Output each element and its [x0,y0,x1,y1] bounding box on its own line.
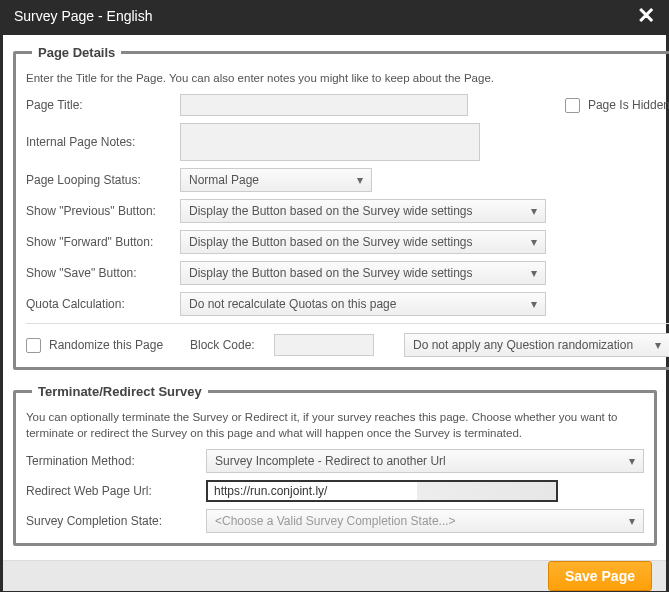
quota-select[interactable]: Do not recalculate Quotas on this page ▾ [180,292,546,316]
close-icon[interactable]: ✕ [637,5,655,27]
looping-select[interactable]: Normal Page ▾ [180,168,372,192]
checkbox-icon [26,338,41,353]
row-randomize: Randomize this Page Block Code: Do not a… [26,323,669,357]
row-internal-notes: Internal Page Notes: [26,123,669,161]
label-comp-state: Survey Completion State: [26,514,206,528]
quota-value: Do not recalculate Quotas on this page [189,297,396,311]
label-fwd-btn: Show "Forward" Button: [26,235,180,249]
row-fwd-btn: Show "Forward" Button: Display the Butto… [26,230,669,254]
client-area: Page Details Enter the Title for the Pag… [3,35,666,590]
chevron-down-icon: ▾ [531,204,537,218]
comp-state-placeholder: <Choose a Valid Survey Completion State.… [215,514,456,528]
chevron-down-icon: ▾ [531,235,537,249]
label-block-code: Block Code: [190,338,264,352]
prev-btn-select[interactable]: Display the Button based on the Survey w… [180,199,546,223]
fwd-btn-value: Display the Button based on the Survey w… [189,235,473,249]
chevron-down-icon: ▾ [531,266,537,280]
save-btn-value: Display the Button based on the Survey w… [189,266,473,280]
row-save-btn: Show "Save" Button: Display the Button b… [26,261,669,285]
randomization-select[interactable]: Do not apply any Question randomization … [404,333,669,357]
footer: Save Page [3,560,666,591]
page-details-desc: Enter the Title for the Page. You can al… [26,70,669,86]
row-comp-state: Survey Completion State: <Choose a Valid… [26,509,644,533]
looping-value: Normal Page [189,173,259,187]
save-page-button[interactable]: Save Page [548,561,652,591]
randomize-label: Randomize this Page [49,338,163,352]
window-title: Survey Page - English [14,8,153,24]
row-term-method: Termination Method: Survey Incomplete - … [26,449,644,473]
checkbox-icon [565,98,580,113]
label-internal-notes: Internal Page Notes: [26,135,180,149]
comp-state-select[interactable]: <Choose a Valid Survey Completion State.… [206,509,644,533]
row-prev-btn: Show "Previous" Button: Display the Butt… [26,199,669,223]
term-method-value: Survey Incomplete - Redirect to another … [215,454,446,468]
label-prev-btn: Show "Previous" Button: [26,204,180,218]
chevron-down-icon: ▾ [357,173,363,187]
term-method-select[interactable]: Survey Incomplete - Redirect to another … [206,449,644,473]
chevron-down-icon: ▾ [655,338,661,352]
redirect-url-input[interactable] [206,480,558,502]
row-quota: Quota Calculation: Do not recalculate Qu… [26,292,669,316]
randomization-value: Do not apply any Question randomization [413,338,633,352]
chevron-down-icon: ▾ [531,297,537,311]
prev-btn-value: Display the Button based on the Survey w… [189,204,473,218]
page-title-input[interactable] [180,94,468,116]
chevron-down-icon: ▾ [629,454,635,468]
page-details-legend: Page Details [32,45,121,60]
terminate-desc: You can optionally terminate the Survey … [26,409,644,441]
row-page-title: Page Title: Page Is Hidden [26,94,669,116]
label-quota: Quota Calculation: [26,297,180,311]
page-hidden-checkbox[interactable]: Page Is Hidden [565,98,669,113]
row-looping: Page Looping Status: Normal Page ▾ [26,168,669,192]
internal-notes-input[interactable] [180,123,480,161]
page-details-panel: Page Details Enter the Title for the Pag… [13,45,669,370]
fwd-btn-select[interactable]: Display the Button based on the Survey w… [180,230,546,254]
row-redirect-url: Redirect Web Page Url: [26,480,644,502]
terminate-panel: Terminate/Redirect Survey You can option… [13,384,657,546]
block-code-input[interactable] [274,334,374,356]
chevron-down-icon: ▾ [629,514,635,528]
label-looping: Page Looping Status: [26,173,180,187]
label-redirect-url: Redirect Web Page Url: [26,484,206,498]
label-save-btn: Show "Save" Button: [26,266,180,280]
label-term-method: Termination Method: [26,454,206,468]
terminate-legend: Terminate/Redirect Survey [32,384,208,399]
randomize-checkbox[interactable]: Randomize this Page [26,338,180,353]
save-btn-select[interactable]: Display the Button based on the Survey w… [180,261,546,285]
page-hidden-label: Page Is Hidden [588,98,669,112]
label-page-title: Page Title: [26,98,180,112]
titlebar: Survey Page - English ✕ [0,0,669,32]
dialog-window: Survey Page - English ✕ Page Details Ent… [0,0,669,592]
